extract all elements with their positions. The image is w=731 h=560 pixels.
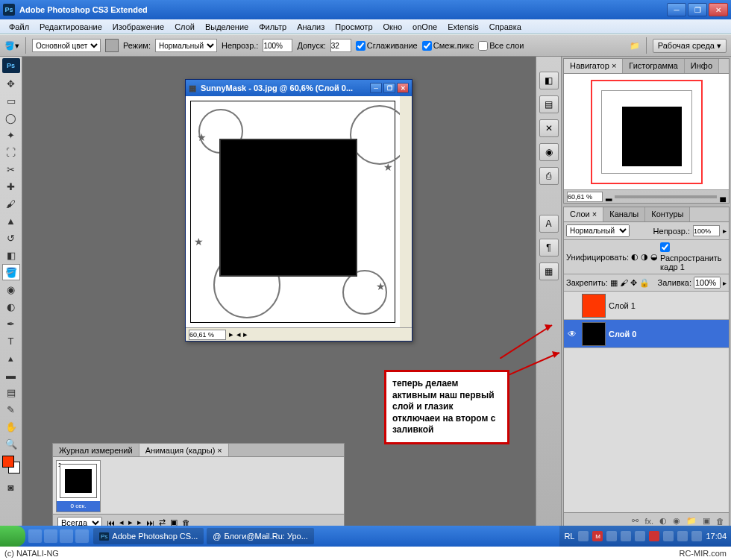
- tray-icon-5[interactable]: [635, 531, 645, 541]
- layer-name-0[interactable]: Слой 0: [609, 330, 636, 339]
- contiguous-check[interactable]: Смеж.пикс: [422, 41, 474, 51]
- opacity-input[interactable]: [263, 39, 292, 52]
- adjustment-layer-icon[interactable]: ◉: [673, 516, 680, 526]
- layer-row-1[interactable]: Слой 1: [564, 292, 729, 320]
- ql-4[interactable]: [75, 529, 89, 543]
- color-swatches[interactable]: [1, 456, 22, 478]
- menu-layer[interactable]: Слой: [169, 21, 200, 33]
- minimize-button[interactable]: ─: [667, 3, 686, 16]
- heal-tool[interactable]: ✚: [2, 178, 20, 195]
- layer-visibility-1[interactable]: [565, 299, 579, 312]
- pattern-swatch[interactable]: [105, 39, 119, 52]
- dock-icon-6[interactable]: A: [539, 215, 559, 233]
- nav-zoom-slider[interactable]: [615, 195, 717, 198]
- lang-indicator[interactable]: RL: [564, 532, 574, 541]
- stamp-tool[interactable]: ▲: [2, 213, 20, 229]
- bucket-tool[interactable]: 🪣: [2, 264, 20, 280]
- tray-icon-9[interactable]: [691, 531, 702, 541]
- dodge-tool[interactable]: ◐: [2, 298, 20, 315]
- close-button[interactable]: ✕: [709, 3, 728, 16]
- dock-icon-3[interactable]: ✕: [539, 119, 559, 137]
- dock-icon-2[interactable]: ▤: [539, 95, 559, 113]
- tab-paths[interactable]: Контуры: [645, 207, 690, 221]
- layer-mask-icon[interactable]: ◐: [659, 516, 667, 526]
- layer-group-icon[interactable]: 📁: [686, 516, 697, 526]
- dock-icon-8[interactable]: ▦: [539, 262, 559, 280]
- new-layer-icon[interactable]: ▣: [703, 516, 710, 526]
- unify-icon-1[interactable]: ◐: [631, 252, 639, 262]
- doc-info-icon[interactable]: ▸: [229, 330, 233, 339]
- quickmask-tool[interactable]: ◙: [2, 479, 20, 495]
- frame-delay[interactable]: 0 сек.: [57, 501, 100, 512]
- tab-channels[interactable]: Каналы: [603, 207, 645, 221]
- history-brush-tool[interactable]: ↺: [2, 230, 20, 246]
- tray-icon-2[interactable]: M: [592, 531, 603, 541]
- notes-tool[interactable]: ▤: [2, 384, 20, 400]
- layer-fill-input[interactable]: [694, 277, 721, 289]
- maximize-button[interactable]: ❐: [688, 3, 707, 16]
- nav-zoom-input[interactable]: [567, 192, 603, 202]
- bridge-icon[interactable]: 📁: [630, 41, 640, 51]
- marquee-tool[interactable]: ▭: [2, 92, 20, 109]
- tab-animation[interactable]: Анимация (кадры) ×: [139, 444, 229, 456]
- fill-source-select[interactable]: Основной цвет: [32, 39, 101, 52]
- crop-tool[interactable]: ⛶: [2, 144, 20, 160]
- menu-onone[interactable]: onOne: [407, 21, 442, 33]
- hand-tool[interactable]: ✋: [2, 418, 20, 435]
- tab-layers[interactable]: Слои ×: [564, 207, 603, 221]
- doc-maximize[interactable]: ❐: [383, 83, 395, 93]
- document-titlebar[interactable]: ▦ SunnyMask - 03.jpg @ 60,6% (Слой 0... …: [186, 80, 412, 96]
- layer-thumb-0[interactable]: [582, 322, 606, 346]
- all-layers-check[interactable]: Все слои: [478, 41, 524, 51]
- delete-layer-icon[interactable]: 🗑: [716, 517, 724, 526]
- tray-icon-1[interactable]: [578, 531, 589, 541]
- eyedropper-tool[interactable]: ✎: [2, 401, 20, 418]
- layer-thumb-1[interactable]: [582, 294, 606, 318]
- tray-icon-8[interactable]: [677, 531, 688, 541]
- doc-zoom-input[interactable]: [189, 330, 226, 340]
- dock-icon-1[interactable]: ◧: [539, 72, 559, 89]
- dock-icon-5[interactable]: ⎙: [539, 167, 559, 185]
- start-button[interactable]: [0, 526, 25, 547]
- blend-mode-select[interactable]: Нормальный: [155, 39, 217, 52]
- menu-select[interactable]: Выделение: [200, 21, 254, 33]
- fg-color[interactable]: [2, 456, 14, 468]
- menu-filter[interactable]: Фильтр: [254, 21, 292, 33]
- dock-icon-4[interactable]: ◉: [539, 143, 559, 161]
- slice-tool[interactable]: ✂: [2, 161, 20, 177]
- layer-name-1[interactable]: Слой 1: [609, 301, 636, 310]
- wand-tool[interactable]: ✦: [2, 127, 20, 143]
- move-tool[interactable]: ✥: [2, 75, 20, 92]
- menu-edit[interactable]: Редактирование: [34, 21, 107, 33]
- layer-opacity-input[interactable]: [693, 225, 720, 236]
- menu-view[interactable]: Просмотр: [330, 21, 377, 33]
- ql-1[interactable]: [28, 529, 42, 543]
- lock-move-icon[interactable]: ✥: [630, 278, 637, 288]
- ql-3[interactable]: [60, 529, 73, 543]
- path-select-tool[interactable]: ▴: [2, 350, 20, 366]
- dock-icon-7[interactable]: ¶: [539, 239, 559, 257]
- menu-extensis[interactable]: Extensis: [442, 21, 484, 33]
- workspace-button[interactable]: Рабочая среда ▾: [653, 39, 727, 53]
- menu-analysis[interactable]: Анализ: [292, 21, 330, 33]
- shape-tool[interactable]: ▬: [2, 367, 20, 383]
- zoom-in-icon[interactable]: ▄: [720, 192, 726, 201]
- tab-navigator[interactable]: Навигатор ×: [564, 59, 623, 73]
- zoom-out-icon[interactable]: ▂: [606, 192, 612, 201]
- lock-trans-icon[interactable]: ▦: [610, 278, 618, 288]
- zoom-tool[interactable]: 🔍: [2, 435, 20, 452]
- type-tool[interactable]: T: [2, 333, 20, 349]
- lock-all-icon[interactable]: 🔒: [639, 278, 650, 288]
- menu-image[interactable]: Изображение: [107, 21, 169, 33]
- tolerance-input[interactable]: [330, 39, 351, 52]
- brush-tool[interactable]: 🖌: [2, 195, 20, 212]
- unify-icon-3[interactable]: ◒: [650, 252, 658, 262]
- task-browser[interactable]: @Блоги@Mail.Ru: Уро...: [207, 528, 314, 544]
- lasso-tool[interactable]: ◯: [2, 110, 20, 126]
- menu-file[interactable]: Файл: [4, 21, 34, 33]
- doc-close[interactable]: ✕: [397, 83, 409, 93]
- tab-measurement-log[interactable]: Журнал измерений: [53, 444, 139, 456]
- ql-2[interactable]: [44, 529, 57, 543]
- tab-histogram[interactable]: Гистограмма: [623, 59, 685, 73]
- lock-paint-icon[interactable]: 🖌: [620, 278, 628, 287]
